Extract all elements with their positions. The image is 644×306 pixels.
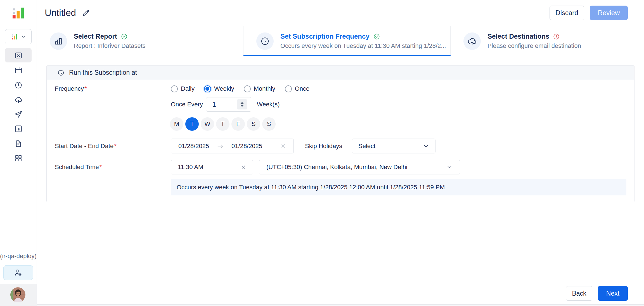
sidebar-item-calendar[interactable] xyxy=(5,63,32,77)
radio-option-once[interactable]: Once xyxy=(285,85,310,92)
active-step-indicator xyxy=(243,55,451,56)
page-title: Untitled xyxy=(45,8,76,18)
frequency-label: Frequency* xyxy=(55,85,87,92)
sidebar-item-document[interactable] xyxy=(5,136,32,151)
day-button-tuesday[interactable]: T xyxy=(185,117,199,131)
stepper-down-icon[interactable] xyxy=(240,105,244,107)
check-circle-icon xyxy=(121,33,128,40)
date-range-input[interactable]: 01/28/2025 01/28/2025 xyxy=(171,139,294,153)
clock-icon xyxy=(14,81,23,89)
back-button[interactable]: Back xyxy=(566,286,592,301)
interval-input[interactable] xyxy=(206,97,251,112)
radio-once-label: Once xyxy=(295,85,310,92)
sidebar-item-badge[interactable] xyxy=(5,48,32,62)
end-date-value[interactable]: 01/28/2025 xyxy=(231,143,262,150)
time-value[interactable]: 11:30 AM xyxy=(178,163,203,171)
stepper: Select Report Report : Inforiver Dataset… xyxy=(37,26,644,56)
panel-header: Run this Subscription at xyxy=(47,66,634,80)
chevron-down-icon xyxy=(423,143,429,149)
workspace-label: (ir-qa-deploy) xyxy=(0,253,37,260)
next-button[interactable]: Next xyxy=(598,286,628,301)
skip-holidays-value: Select xyxy=(358,143,375,150)
day-button-saturday[interactable]: S xyxy=(247,117,260,131)
interval-value-input[interactable] xyxy=(212,101,235,108)
workspace-switcher[interactable] xyxy=(5,29,32,44)
step-subtitle: Please configure email destination xyxy=(487,42,581,50)
clock-icon xyxy=(57,69,65,76)
required-marker: * xyxy=(100,163,102,171)
sidebar-item-grid[interactable] xyxy=(5,151,32,165)
radio-weekly[interactable] xyxy=(204,85,211,92)
avatar-strip xyxy=(0,284,37,306)
step-select-report[interactable]: Select Report Report : Inforiver Dataset… xyxy=(37,26,243,56)
review-button[interactable]: Review xyxy=(590,6,628,20)
send-icon xyxy=(14,110,23,118)
step-title: Select Destinations xyxy=(487,32,549,40)
radio-monthly[interactable] xyxy=(244,85,251,92)
grid-icon xyxy=(14,154,23,162)
pencil-icon xyxy=(82,9,90,17)
arrow-right-icon xyxy=(217,143,224,150)
step-title: Select Report xyxy=(74,32,117,40)
radio-option-monthly[interactable]: Monthly xyxy=(244,85,275,92)
frequency-radio-group: Daily Weekly Monthly Once xyxy=(171,82,309,96)
interval-prefix-label: Once Every xyxy=(171,97,203,112)
start-date-value[interactable]: 01/28/2025 xyxy=(178,143,209,150)
scheduled-time-label: Scheduled Time* xyxy=(55,160,102,174)
discard-button[interactable]: Discard xyxy=(550,6,584,20)
skip-holidays-select[interactable]: Select xyxy=(352,139,435,153)
calendar-icon xyxy=(14,66,23,74)
sidebar-item-upload[interactable] xyxy=(5,92,32,107)
timezone-value: (UTC+05:30) Chennai, Kolkata, Mumbai, Ne… xyxy=(266,163,407,171)
edit-title-button[interactable] xyxy=(82,9,90,17)
schedule-summary: Occurs every week on Tuesday at 11:30 AM… xyxy=(171,179,626,195)
clear-time-button[interactable] xyxy=(241,164,246,170)
number-stepper[interactable] xyxy=(237,99,247,109)
day-button-monday[interactable]: M xyxy=(170,117,183,131)
check-circle-icon xyxy=(373,33,380,40)
clock-icon xyxy=(260,36,270,46)
required-marker: * xyxy=(84,85,87,92)
step-set-frequency[interactable]: Set Subscription Frequency Occurs every … xyxy=(243,26,451,56)
day-button-friday[interactable]: F xyxy=(231,117,245,131)
required-marker: * xyxy=(114,143,117,150)
document-icon xyxy=(14,139,23,148)
id-badge-icon xyxy=(14,51,23,60)
radio-option-daily[interactable]: Daily xyxy=(171,85,195,92)
app-window: Untitled Discard Review Select Report xyxy=(0,0,644,306)
app-logo-mini-icon xyxy=(11,33,18,41)
sidebar-item-clock[interactable] xyxy=(5,78,32,92)
date-range-label: Start Date - End Date* xyxy=(55,139,117,153)
step-subtitle: Report : Inforiver Datasets xyxy=(74,42,146,50)
app-logo-icon xyxy=(10,5,26,21)
day-button-sunday[interactable]: S xyxy=(262,117,276,131)
day-button-wednesday[interactable]: W xyxy=(201,117,214,131)
close-icon xyxy=(280,143,286,149)
panel-header-title: Run this Subscription at xyxy=(69,69,137,76)
alert-circle-icon xyxy=(553,33,560,40)
cloud-upload-icon xyxy=(14,95,23,104)
radio-option-weekly[interactable]: Weekly xyxy=(204,85,234,92)
timezone-select[interactable]: (UTC+05:30) Chennai, Kolkata, Mumbai, Ne… xyxy=(259,160,460,174)
sidebar-item-report[interactable] xyxy=(5,122,32,136)
day-button-thursday[interactable]: T xyxy=(216,117,229,131)
user-gear-icon xyxy=(14,268,23,277)
radio-weekly-label: Weekly xyxy=(214,85,234,92)
close-icon xyxy=(241,164,246,170)
step-select-destinations[interactable]: Select Destinations Please configure ema… xyxy=(451,26,644,56)
radio-monthly-label: Monthly xyxy=(254,85,275,92)
stepper-up-icon[interactable] xyxy=(240,102,244,104)
chevron-down-icon xyxy=(21,34,26,39)
step-subtitle: Occurs every week on Tuesday at 11:30 AM… xyxy=(280,42,446,50)
radio-daily-label: Daily xyxy=(181,85,195,92)
radio-daily[interactable] xyxy=(171,85,178,92)
interval-suffix-label: Week(s) xyxy=(257,97,280,112)
footer-strip xyxy=(37,304,644,306)
user-settings-button[interactable] xyxy=(3,265,33,280)
clear-date-button[interactable] xyxy=(280,143,286,149)
subscription-frequency-panel: Run this Subscription at Frequency* Dail… xyxy=(46,65,634,202)
scheduled-time-input[interactable]: 11:30 AM xyxy=(171,160,253,174)
avatar[interactable] xyxy=(10,287,25,302)
sidebar-item-send[interactable] xyxy=(5,107,32,121)
radio-once[interactable] xyxy=(285,85,292,92)
